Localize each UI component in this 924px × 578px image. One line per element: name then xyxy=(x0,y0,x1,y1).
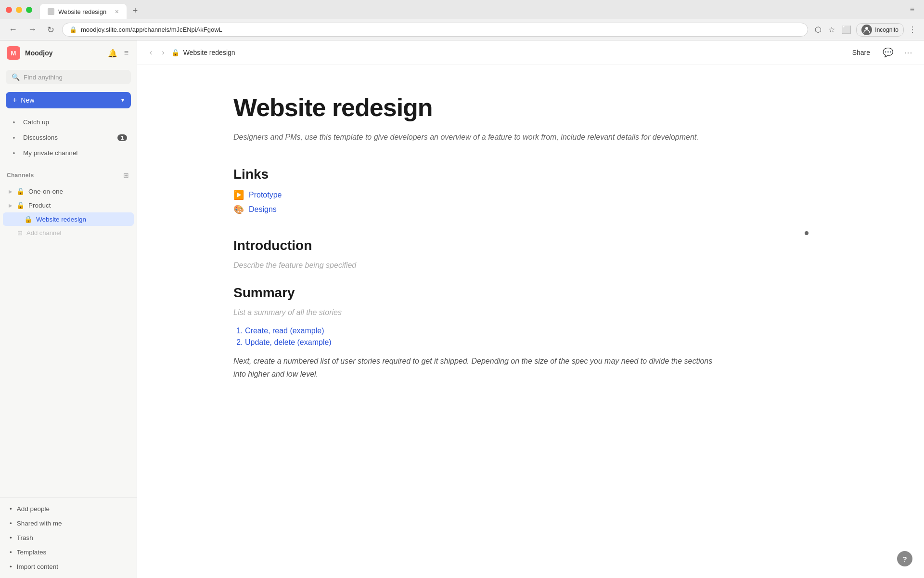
add-channel-item[interactable]: ⊞ Add channel xyxy=(3,226,134,239)
address-bar[interactable]: 🔒 moodjoy.slite.com/app/channels/mJcENpi… xyxy=(62,23,808,37)
doc-back-button[interactable]: ‹ xyxy=(147,46,155,59)
sidebar-item-add-people[interactable]: • Add people xyxy=(3,502,134,516)
sidebar-toggle-button[interactable]: ≡ xyxy=(123,47,130,59)
discussions-badge: 1 xyxy=(117,134,127,141)
breadcrumb-lock-icon: 🔒 xyxy=(171,49,180,56)
discussions-icon: • xyxy=(10,133,18,142)
links-heading: Links xyxy=(233,167,715,182)
website-redesign-label: Website redesign xyxy=(36,216,127,223)
sidebar-item-import-content[interactable]: • Import content xyxy=(3,560,134,574)
trash-label: Trash xyxy=(17,534,33,541)
add-people-label: Add people xyxy=(17,505,50,512)
introduction-placeholder[interactable]: Describe the feature being specified xyxy=(233,261,715,270)
website-redesign-lock-icon: 🔒 xyxy=(24,215,32,223)
refresh-button[interactable]: ↻ xyxy=(44,23,57,37)
product-label: Product xyxy=(28,202,127,209)
window-minimize-dot[interactable] xyxy=(16,7,22,13)
summary-list-item-1[interactable]: Create, read (example) xyxy=(245,327,715,335)
summary-placeholder[interactable]: List a summary of all the stories xyxy=(233,308,715,317)
channels-add-button[interactable]: ⊞ xyxy=(122,171,130,180)
doc-actions: Share 💬 ⋯ xyxy=(848,45,914,60)
browser-toolbar: ← → ↻ 🔒 moodjoy.slite.com/app/channels/m… xyxy=(0,19,924,40)
introduction-section: Introduction Describe the feature being … xyxy=(233,238,715,270)
product-lock-icon: 🔒 xyxy=(16,201,25,209)
sidebar-item-website-redesign[interactable]: 🔒 Website redesign xyxy=(3,212,134,226)
shared-with-me-icon: • xyxy=(10,520,12,527)
incognito-avatar xyxy=(861,25,872,35)
window-menu-button[interactable]: ≡ xyxy=(910,5,918,14)
share-button[interactable]: Share xyxy=(848,47,874,58)
help-button[interactable]: ? xyxy=(897,551,912,566)
sidebar-header-icons: 🔔 ≡ xyxy=(106,47,130,59)
summary-list: Create, read (example) Update, delete (e… xyxy=(245,327,715,347)
sidebar-item-shared-with-me[interactable]: • Shared with me xyxy=(3,516,134,530)
sidebar: M Moodjoy 🔔 ≡ 🔍 Find anything + New ▾ • … xyxy=(0,40,137,578)
channels-nav: ▶ 🔒 One-on-one ▶ 🔒 Product 🔒 Website red… xyxy=(0,182,137,242)
one-on-one-label: One-on-one xyxy=(28,188,127,195)
sidebar-item-product[interactable]: ▶ 🔒 Product xyxy=(3,198,134,212)
tab-favicon xyxy=(48,8,54,15)
channels-section-label: Channels xyxy=(7,172,118,179)
catch-up-icon: • xyxy=(10,118,18,126)
tab-close-button[interactable]: × xyxy=(115,8,119,15)
one-on-one-lock-icon: 🔒 xyxy=(16,187,25,195)
import-content-icon: • xyxy=(10,563,12,570)
private-channel-label: My private channel xyxy=(23,149,127,157)
sidebar-header: M Moodjoy 🔔 ≡ xyxy=(0,40,137,66)
search-icon: 🔍 xyxy=(12,73,20,81)
new-button[interactable]: + New ▾ xyxy=(6,92,131,108)
notifications-button[interactable]: 🔔 xyxy=(106,47,119,59)
breadcrumb-title: Website redesign xyxy=(183,49,235,56)
templates-icon: • xyxy=(10,549,12,556)
workspace-name: Moodjoy xyxy=(25,49,102,57)
browser-more-button[interactable]: ⋮ xyxy=(907,23,918,36)
window-close-dot[interactable] xyxy=(6,7,12,13)
doc-title: Website redesign xyxy=(233,94,715,121)
active-tab[interactable]: Website redesign × xyxy=(40,4,127,19)
browser-chrome: Website redesign × + ≡ ← → ↻ 🔒 moodjoy.s… xyxy=(0,0,924,40)
links-section: Links ▶️ Prototype 🎨 Designs xyxy=(233,167,715,215)
window-maximize-dot[interactable] xyxy=(26,7,32,13)
main-content: ‹ › 🔒 Website redesign Share 💬 ⋯ Website… xyxy=(137,40,924,578)
browser-toolbar-icons: ⬡ ☆ ⬜ Incognito ⋮ xyxy=(813,23,918,37)
new-label: New xyxy=(21,96,117,104)
new-plus-icon: + xyxy=(13,96,17,105)
sidebar-item-trash[interactable]: • Trash xyxy=(3,531,134,545)
incognito-badge[interactable]: Incognito xyxy=(856,23,904,37)
sidebar-item-one-on-one[interactable]: ▶ 🔒 One-on-one xyxy=(3,184,134,198)
designs-icon: 🎨 xyxy=(233,204,244,215)
add-people-icon: • xyxy=(10,505,12,512)
sidebar-item-templates[interactable]: • Templates xyxy=(3,545,134,559)
import-content-label: Import content xyxy=(17,563,58,570)
trash-icon: • xyxy=(10,534,12,541)
app-container: M Moodjoy 🔔 ≡ 🔍 Find anything + New ▾ • … xyxy=(0,40,924,578)
summary-list-item-2[interactable]: Update, delete (example) xyxy=(245,338,715,347)
bookmark-icon[interactable]: ☆ xyxy=(826,23,837,36)
split-view-icon[interactable]: ⬜ xyxy=(840,23,853,36)
sidebar-item-private-channel[interactable]: • My private channel xyxy=(3,145,134,160)
doc-forward-button[interactable]: › xyxy=(159,46,167,59)
doc-more-button[interactable]: ⋯ xyxy=(902,45,914,60)
new-chevron-icon: ▾ xyxy=(121,97,124,104)
discussions-label: Discussions xyxy=(23,134,113,141)
summary-body-text: Next, create a numbered list of user sto… xyxy=(233,355,715,381)
new-tab-button[interactable]: + xyxy=(128,4,142,17)
doc-toolbar: ‹ › 🔒 Website redesign Share 💬 ⋯ xyxy=(137,40,924,65)
add-channel-label: Add channel xyxy=(26,229,61,236)
ssl-lock-icon: 🔒 xyxy=(69,26,77,33)
forward-button[interactable]: → xyxy=(25,23,39,37)
cast-icon[interactable]: ⬡ xyxy=(813,23,823,36)
search-placeholder-text: Find anything xyxy=(24,74,63,81)
designs-link[interactable]: 🎨 Designs xyxy=(233,204,715,215)
svg-point-0 xyxy=(865,27,868,30)
search-bar[interactable]: 🔍 Find anything xyxy=(6,70,131,84)
prototype-label: Prototype xyxy=(249,191,282,199)
comment-button[interactable]: 💬 xyxy=(881,45,895,60)
summary-heading: Summary xyxy=(233,285,715,301)
workspace-avatar: M xyxy=(7,46,20,60)
back-button[interactable]: ← xyxy=(6,23,20,37)
sidebar-item-catch-up[interactable]: • Catch up xyxy=(3,115,134,130)
prototype-link[interactable]: ▶️ Prototype xyxy=(233,190,715,200)
channels-section-header: Channels ⊞ xyxy=(0,163,137,182)
sidebar-item-discussions[interactable]: • Discussions 1 xyxy=(3,130,134,145)
